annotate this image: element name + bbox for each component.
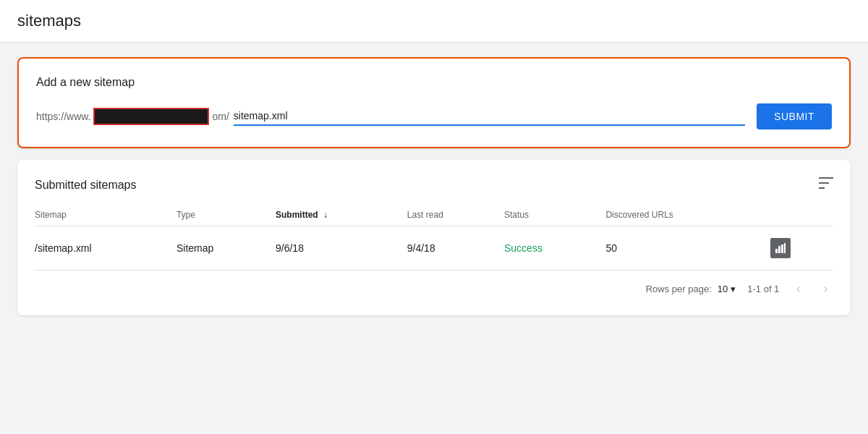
cell-type: Sitemap [176,226,276,271]
cell-chart-icon[interactable] [770,226,833,271]
prev-page-button[interactable]: ‹ [791,279,806,298]
col-actions [770,204,833,226]
add-sitemap-title: Add a new sitemap [36,76,832,89]
svg-rect-1 [819,182,829,184]
submit-button[interactable]: SUBMIT [757,103,832,129]
cell-status: Success [504,226,605,271]
sitemap-input[interactable] [234,107,745,126]
page-info: 1-1 of 1 [747,284,779,294]
submitted-sitemaps-title: Submitted sitemaps [35,179,137,192]
rows-per-page: Rows per page: 10 ▾ [646,284,736,294]
next-page-button[interactable]: › [818,279,833,298]
cell-submitted: 9/6/18 [276,226,407,271]
main-content: Add a new sitemap https://www. om/ SUBMI… [0,43,868,330]
redacted-domain [93,108,209,125]
sitemaps-table: Sitemap Type Submitted ↓ Last read Statu… [35,204,833,271]
card-header-row: Submitted sitemaps [35,177,833,192]
cell-sitemap: /sitemap.xml [35,226,176,271]
svg-rect-4 [778,246,780,253]
svg-rect-5 [781,244,783,253]
table-container: Sitemap Type Submitted ↓ Last read Statu… [35,204,833,271]
col-last-read: Last read [407,204,504,226]
chevron-down-icon: ▾ [731,284,736,294]
filter-icon[interactable] [819,177,833,192]
url-prefix-text: https://www. [36,111,90,122]
rows-per-page-select[interactable]: 10 ▾ [718,284,736,294]
page-title: sitemaps [17,12,851,30]
add-sitemap-card: Add a new sitemap https://www. om/ SUBMI… [17,57,851,148]
col-sitemap: Sitemap [35,204,176,226]
url-suffix-text: om/ [212,111,229,122]
col-status: Status [504,204,605,226]
pagination-row: Rows per page: 10 ▾ 1-1 of 1 ‹ › [35,279,833,298]
svg-rect-0 [819,177,833,179]
svg-rect-6 [784,243,786,253]
rows-per-page-label: Rows per page: [646,284,712,294]
col-discovered-urls: Discovered URLs [605,204,770,226]
page-header: sitemaps [0,0,868,43]
table-row: /sitemap.xmlSitemap9/6/189/4/18Success50 [35,226,833,271]
bar-chart-icon[interactable] [770,238,791,258]
svg-rect-3 [775,249,778,253]
submitted-sitemaps-card: Submitted sitemaps Sitemap Type Submi [17,160,851,315]
sitemap-input-wrapper [234,107,745,126]
add-sitemap-row: https://www. om/ SUBMIT [36,103,832,129]
col-type: Type [176,204,276,226]
svg-rect-2 [819,187,825,189]
cell-last-read: 9/4/18 [407,226,504,271]
rows-per-page-value: 10 [718,284,728,294]
col-submitted[interactable]: Submitted ↓ [276,204,407,226]
cell-discovered-urls: 50 [605,226,770,271]
sort-arrow-icon: ↓ [323,210,328,220]
